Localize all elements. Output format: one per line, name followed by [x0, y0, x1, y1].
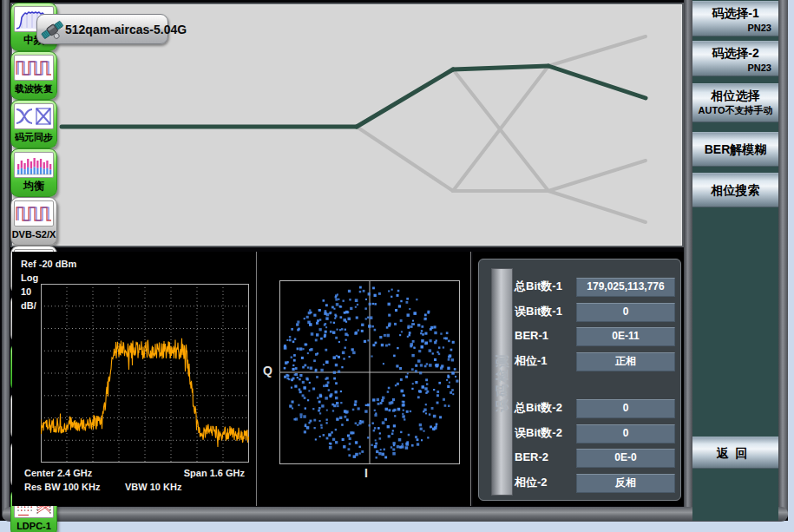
ber-row: 误Bit数-10 [479, 303, 680, 320]
ber-row-value: 0E-0 [576, 449, 675, 468]
satellite-icon [39, 16, 65, 43]
wire-framesync2-ldpc2 [548, 191, 646, 222]
wire-viterbi1-framesync1 [453, 66, 548, 69]
panel-separator [256, 252, 257, 506]
sidebar-button-phase-search[interactable]: 相位搜索 [692, 173, 778, 207]
sidebar-button-label: 相位选择 [692, 84, 778, 105]
spectrum-trace [41, 338, 249, 447]
signal-source-button[interactable]: 512qam-aircas-5.04G [36, 14, 168, 44]
constellation-dots [280, 281, 459, 463]
spectrum-center-freq: Center 2.4 GHz [24, 468, 92, 478]
ber-row: 相位-2反相 [479, 474, 680, 491]
block-label: LDPC-1 [11, 519, 56, 532]
spectrum-scale-db: dB/ [21, 300, 36, 311]
ber-row-value: 0E-11 [576, 327, 675, 346]
ber-row-label: 相位-2 [515, 474, 548, 491]
constellation-panel: Q I [259, 252, 469, 506]
wire-equalizer-viterbi2 [357, 127, 453, 191]
ber-row-label: BER-2 [515, 449, 548, 466]
ber-row: 相位-1正相 [479, 352, 680, 370]
i-axis-label: I [364, 466, 368, 480]
sidebar-button-label: 码选择-2 [692, 42, 778, 62]
window-frame-left [2, 0, 10, 520]
ber-row-label: 总Bit数-2 [515, 399, 562, 417]
ber-row: 总Bit数-20 [479, 399, 680, 417]
window-frame-right [778, 0, 788, 520]
q-axis-label: Q [263, 364, 272, 378]
ber-row-value: 正相 [576, 352, 675, 371]
ber-row-label: BER-1 [515, 327, 548, 345]
wire-framesync2-rs2 [548, 161, 646, 191]
return-button[interactable]: 返回 [692, 437, 778, 469]
signal-chain-diagram-panel: 512qam-aircas-5.04G 中频载波恢复码元同步均衡DVB-S2/X… [10, 3, 684, 247]
ber-row-value: 0 [576, 303, 675, 322]
control-sidebar: 码选择-1PN23码选择-2PN23相位选择AUTO不支持手动BER解模糊相位搜… [692, 0, 778, 521]
sidebar-button-sublabel: PN23 [692, 23, 778, 34]
ber-row-label: 相位-1 [515, 352, 548, 370]
wire-framesync1-rs1 [548, 36, 646, 66]
desktop-background-right [788, 0, 794, 532]
spectrum-span: Span 1.6 GHz [184, 468, 245, 478]
sidebar-button-label: 码选择-1 [692, 2, 778, 23]
spectrum-vbw: VBW 10 KHz [125, 482, 181, 492]
error-detection-panel: 误码检测 总Bit数-1179,025,113,776误Bit数-10BER-1… [478, 259, 681, 501]
ber-row-value: 0 [576, 399, 675, 418]
ber-row: 误Bit数-20 [479, 424, 680, 442]
spectrum-analyzer-panel: Ref -20 dBm Log 10 dB/ Center 2.4 GHz Sp… [12, 252, 255, 506]
spectrum-scale-10: 10 [21, 286, 31, 297]
ber-region: 误码检测 总Bit数-1179,025,113,776误Bit数-10BER-1… [473, 252, 684, 506]
sidebar-button-code-select-1[interactable]: 码选择-1PN23 [692, 1, 778, 36]
ber-row: 总Bit数-1179,025,113,776 [479, 278, 680, 295]
sidebar-button-sublabel: AUTO不支持手动 [692, 105, 778, 116]
spectrum-rbw: Res BW 100 KHz [24, 482, 100, 492]
spectrum-scale-log: Log [21, 273, 38, 283]
window-frame-bottom [3, 507, 788, 522]
spectrum-trace-plot [41, 284, 249, 463]
ber-row: BER-20E-0 [479, 449, 680, 466]
ber-row-label: 总Bit数-1 [515, 278, 562, 295]
wire-equalizer-viterbi1 [357, 69, 453, 127]
wire-framesync1-ldpc1 [548, 66, 646, 98]
sidebar-button-phase-select[interactable]: 相位选择AUTO不支持手动 [692, 83, 778, 122]
return-button-label: 返回 [717, 443, 755, 463]
desktop-background-bottom [0, 521, 794, 532]
ber-row-label: 误Bit数-1 [515, 303, 562, 320]
sidebar-button-code-select-2[interactable]: 码选择-2PN23 [692, 41, 778, 76]
sidebar-button-sublabel: PN23 [692, 62, 778, 74]
sidebar-button-ber-deambiguity[interactable]: BER解模糊 [692, 132, 778, 167]
signal-source-label: 512qam-aircas-5.04G [65, 23, 187, 36]
spectrum-ref-level: Ref -20 dBm [21, 259, 76, 269]
ber-row: BER-10E-11 [479, 327, 680, 345]
panel-separator [470, 252, 471, 506]
sidebar-button-label: 相位搜索 [712, 181, 760, 200]
ber-row-value: 179,025,113,776 [576, 278, 675, 297]
ber-row-value: 反相 [576, 474, 675, 493]
sidebar-button-label: BER解模糊 [705, 140, 767, 159]
constellation-plot-area [279, 280, 460, 464]
ber-row-label: 误Bit数-2 [515, 424, 562, 442]
ber-row-value: 0 [576, 424, 675, 443]
window-frame-divider [684, 0, 692, 512]
